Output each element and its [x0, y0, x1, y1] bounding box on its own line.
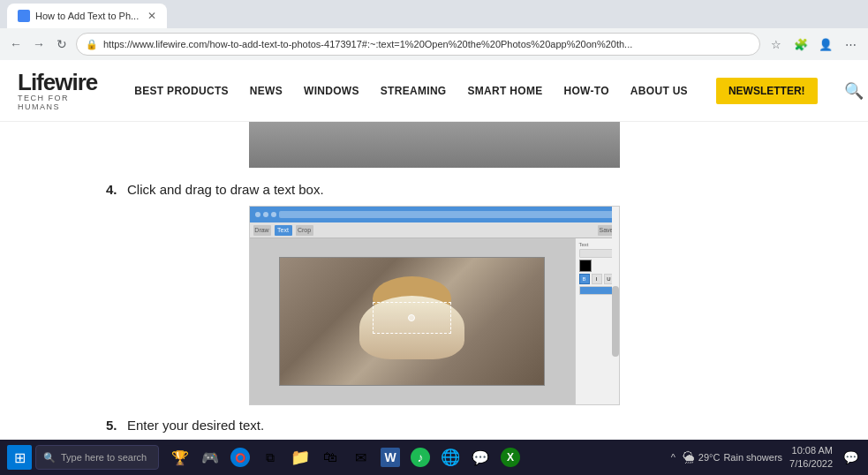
- taskbar-app-mail[interactable]: ✉: [346, 443, 374, 471]
- dog-photo: [279, 257, 546, 387]
- search-icon[interactable]: 🔍: [844, 81, 864, 101]
- nav-how-to[interactable]: HOW-TO: [554, 85, 620, 97]
- step4-row: 4. Click and drag to draw a text box.: [71, 182, 797, 197]
- taskbar-search-icon: 🔍: [43, 452, 56, 464]
- weather-info[interactable]: 🌦 29°C Rain showers: [683, 450, 782, 464]
- sidebar-style-row: B I U: [579, 274, 615, 284]
- sidebar-text-section: Text B I U: [579, 242, 615, 295]
- scrollbar-thumb: [612, 286, 619, 357]
- clock-area[interactable]: 10:08 AM 7/16/2022: [789, 444, 833, 471]
- start-button[interactable]: ⊞: [7, 445, 32, 470]
- task-view-icon: ⧉: [260, 448, 280, 467]
- mail-icon: ✉: [351, 448, 370, 467]
- messaging-icon: 💬: [471, 448, 490, 467]
- tab-favicon: [18, 10, 30, 22]
- step4-number: 4.: [106, 182, 124, 197]
- taskbar-app-task-view[interactable]: ⧉: [256, 443, 284, 471]
- active-tab[interactable]: How to Add Text to Ph... ✕: [7, 4, 167, 28]
- spotify-icon: ♪: [411, 448, 430, 467]
- nav-windows[interactable]: WINDOWS: [293, 85, 370, 97]
- taskbar-app-game[interactable]: 🎮: [196, 443, 224, 471]
- notification-button[interactable]: 💬: [840, 447, 861, 468]
- taskbar-app-word[interactable]: W: [376, 443, 404, 471]
- newsletter-button[interactable]: NEWSLETTER!: [716, 78, 818, 104]
- taskbar-app-xbox[interactable]: X: [496, 443, 525, 471]
- main-nav: BEST PRODUCTS NEWS WINDOWS STREAMING SMA…: [124, 85, 698, 97]
- fake-toolbar-dot2: [263, 212, 268, 217]
- taskbar-search[interactable]: 🔍 Type here to search: [35, 445, 159, 470]
- fake-toolbar-bar: [279, 211, 614, 218]
- nav-about-us[interactable]: ABOUT US: [620, 85, 698, 97]
- tool-draw: Draw: [253, 225, 271, 236]
- url-text: https://www.lifewire.com/how-to-add-text…: [103, 39, 751, 49]
- store-icon: 🛍: [321, 448, 340, 467]
- sidebar-font-control: [579, 249, 615, 258]
- website-content: Lifewire TECH FOR HUMANS BEST PRODUCTS N…: [0, 60, 868, 440]
- taskbar-app-chrome[interactable]: 🌐: [436, 443, 464, 471]
- taskbar-app-trophy[interactable]: 🏆: [166, 443, 194, 471]
- taskbar-app-cortana[interactable]: ⭕: [226, 443, 254, 471]
- explorer-icon: 📁: [291, 448, 310, 467]
- article-content: 4. Click and drag to draw a text box. Dr…: [0, 122, 868, 440]
- tab-bar: How to Add Text to Ph... ✕: [0, 0, 868, 28]
- taskbar-search-placeholder: Type here to search: [61, 452, 147, 463]
- nav-news[interactable]: NEWS: [239, 85, 293, 97]
- fake-app-toolbar: [250, 207, 619, 222]
- nav-best-products[interactable]: BEST PRODUCTS: [124, 85, 239, 97]
- weather-temp: 29°C: [698, 452, 721, 463]
- tool-crop: Crop: [296, 225, 313, 236]
- browser-actions: ☆ 🧩 👤 ⋯: [766, 34, 861, 55]
- fake-toolbar-dot1: [255, 212, 260, 217]
- tray-chevron[interactable]: ^: [671, 452, 676, 463]
- chrome-icon: 🌐: [441, 448, 460, 467]
- step5-text: Enter your desired text.: [127, 418, 264, 433]
- step4-text: Click and drag to draw a text box.: [127, 182, 324, 197]
- step3-image-container: [249, 122, 620, 168]
- sidebar-italic-btn: I: [592, 274, 602, 284]
- game-icon: 🎮: [200, 448, 220, 467]
- address-bar[interactable]: 🔒 https://www.lifewire.com/how-to-add-te…: [76, 33, 760, 56]
- nav-streaming[interactable]: STREAMING: [370, 85, 457, 97]
- word-icon: W: [381, 448, 400, 467]
- tool-text: Text: [275, 225, 292, 236]
- profile-button[interactable]: 👤: [815, 34, 836, 55]
- back-button[interactable]: ←: [7, 35, 25, 53]
- trophy-icon: 🏆: [170, 448, 190, 467]
- photo-area: Text B I U: [250, 238, 619, 404]
- forward-button[interactable]: →: [30, 35, 48, 53]
- site-logo[interactable]: Lifewire TECH FOR HUMANS: [18, 71, 97, 111]
- weather-desc: Rain showers: [723, 452, 782, 463]
- cortana-icon: ⭕: [230, 448, 250, 467]
- taskbar-app-store[interactable]: 🛍: [316, 443, 344, 471]
- cursor-dot: [408, 314, 415, 321]
- text-cursor-box: [373, 302, 452, 334]
- menu-button[interactable]: ⋯: [840, 34, 861, 55]
- sidebar-size-control: [579, 286, 615, 295]
- clock-time: 10:08 AM: [789, 444, 833, 457]
- nav-smart-home[interactable]: SMART HOME: [457, 85, 554, 97]
- taskbar-right: ^ 🌦 29°C Rain showers 10:08 AM 7/16/2022…: [671, 444, 861, 471]
- taskbar-app-spotify[interactable]: ♪: [406, 443, 434, 471]
- logo-subtitle: TECH FOR HUMANS: [18, 94, 97, 111]
- system-tray: ^: [671, 452, 676, 463]
- tab-close-button[interactable]: ✕: [147, 10, 156, 22]
- step5-number: 5.: [106, 418, 124, 433]
- scrollbar[interactable]: [612, 207, 619, 404]
- fake-content-tools: Draw Text Crop Save: [250, 222, 619, 238]
- sidebar-text-label: Text: [579, 242, 615, 247]
- reload-button[interactable]: ↻: [53, 35, 71, 53]
- taskbar-app-explorer[interactable]: 📁: [286, 443, 314, 471]
- taskbar-app-messaging[interactable]: 💬: [466, 443, 494, 471]
- photo-main: [250, 238, 575, 404]
- step4-screenshot-container: Draw Text Crop Save: [249, 206, 620, 405]
- extensions-button[interactable]: 🧩: [790, 34, 811, 55]
- browser-toolbar: ← → ↻ 🔒 https://www.lifewire.com/how-to-…: [0, 28, 868, 60]
- clock-date: 7/16/2022: [789, 457, 833, 471]
- taskbar-apps: 🏆 🎮 ⭕ ⧉ 📁 🛍 ✉ W ♪ 🌐 💬: [166, 443, 525, 471]
- tab-title: How to Add Text to Ph...: [35, 11, 139, 21]
- taskbar: ⊞ 🔍 Type here to search 🏆 🎮 ⭕ ⧉ 📁 🛍 ✉ W: [0, 440, 868, 475]
- bookmark-button[interactable]: ☆: [766, 34, 787, 55]
- fake-toolbar-dot3: [271, 212, 276, 217]
- logo-text: Lifewire: [18, 71, 97, 94]
- step3-image: [249, 122, 620, 168]
